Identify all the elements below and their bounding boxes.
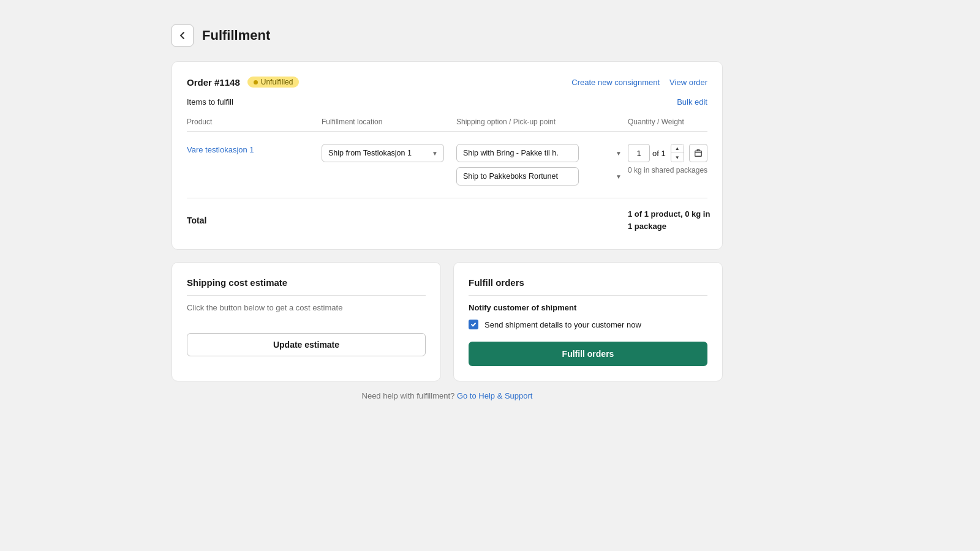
help-text: Need help with fulfillment? Go to Help &… — [172, 391, 723, 400]
page-header: Fulfillment — [172, 24, 980, 47]
product-cell: Vare testlokasjon 1 — [187, 144, 322, 155]
select-arrow-shipping-icon: ▼ — [616, 150, 622, 157]
page-title: Fulfillment — [202, 28, 270, 43]
badge-dot-icon — [254, 80, 258, 84]
col-product: Product — [187, 118, 322, 126]
view-order-link[interactable]: View order — [669, 78, 707, 87]
items-to-fulfill-header: Items to fulfill Bulk edit — [187, 97, 707, 107]
shipping-cost-card: Shipping cost estimate Click the button … — [172, 262, 441, 381]
order-header-right: Create new consignment View order — [571, 78, 707, 87]
shipping-option-select[interactable]: Ship with Bring - Pakke til h... — [456, 144, 579, 162]
product-link[interactable]: Vare testlokasjon 1 — [187, 145, 254, 154]
package-icon-button[interactable] — [689, 144, 707, 162]
fulfill-orders-button[interactable]: Fulfill orders — [469, 342, 707, 366]
notify-customer-label: Notify customer of shipment — [469, 303, 707, 312]
create-consignment-link[interactable]: Create new consignment — [571, 78, 660, 87]
quantity-input-group: of 1 — [628, 144, 666, 162]
bulk-edit-link[interactable]: Bulk edit — [677, 97, 707, 107]
order-number: Order #1148 — [187, 77, 240, 88]
col-fulfillment-location: Fulfillment location — [322, 118, 456, 126]
notify-checkbox[interactable] — [469, 320, 478, 329]
col-shipping-option: Shipping option / Pick-up point — [456, 118, 628, 126]
fulfillment-location-select[interactable]: Ship from Testlokasjon 1 — [322, 144, 444, 162]
bottom-section: Shipping cost estimate Click the button … — [172, 262, 723, 381]
order-header: Order #1148 Unfulfilled Create new consi… — [187, 77, 707, 88]
order-card: Order #1148 Unfulfilled Create new consi… — [172, 61, 723, 250]
fulfillment-location-cell: Ship from Testlokasjon 1 ▼ — [322, 144, 456, 162]
quantity-up-button[interactable]: ▲ — [671, 144, 684, 153]
svg-rect-0 — [695, 151, 701, 157]
shipping-cost-description: Click the button below to get a cost est… — [187, 303, 426, 312]
fulfill-orders-title: Fulfill orders — [469, 277, 707, 288]
shipping-cost-divider — [187, 295, 426, 296]
update-estimate-button[interactable]: Update estimate — [187, 333, 426, 356]
quantity-cell: of 1 ▲ ▼ 0 kg in shared packages — [628, 144, 763, 174]
checkmark-icon — [470, 321, 477, 328]
total-value: 1 of 1 product, 0 kg in 1 package — [628, 208, 763, 232]
select-arrow-shipto-icon: ▼ — [616, 173, 622, 180]
quantity-row: of 1 ▲ ▼ — [628, 144, 763, 162]
notify-checkbox-row: Send shipment details to your customer n… — [469, 320, 707, 329]
ship-to-select-wrapper: Ship to Pakkeboks Rortunet... ▼ — [456, 167, 628, 186]
quantity-spinners: ▲ ▼ — [671, 144, 684, 162]
shared-packages-text: 0 kg in shared packages — [628, 166, 763, 174]
col-quantity-weight: Quantity / Weight — [628, 118, 763, 126]
fulfill-orders-divider — [469, 295, 707, 296]
fulfillment-location-select-wrapper: Ship from Testlokasjon 1 ▼ — [322, 144, 444, 162]
table-row: Vare testlokasjon 1 Ship from Testlokasj… — [187, 132, 707, 198]
fulfill-orders-card: Fulfill orders Notify customer of shipme… — [453, 262, 723, 381]
back-button[interactable] — [172, 24, 194, 47]
quantity-down-button[interactable]: ▼ — [671, 153, 684, 162]
table-header: Product Fulfillment location Shipping op… — [187, 113, 707, 132]
total-label: Total — [187, 216, 322, 225]
total-row: Total 1 of 1 product, 0 kg in 1 package — [187, 198, 707, 234]
back-arrow-icon — [178, 31, 187, 40]
notify-checkbox-label: Send shipment details to your customer n… — [484, 320, 641, 329]
shipping-option-select-wrapper: Ship with Bring - Pakke til h... ▼ — [456, 144, 628, 162]
package-icon — [694, 149, 703, 157]
order-header-left: Order #1148 Unfulfilled — [187, 77, 299, 88]
items-to-fulfill-label: Items to fulfill — [187, 97, 233, 107]
quantity-input[interactable] — [628, 144, 650, 162]
ship-to-select[interactable]: Ship to Pakkeboks Rortunet... — [456, 167, 579, 186]
status-badge: Unfulfilled — [247, 77, 300, 88]
help-support-link[interactable]: Go to Help & Support — [457, 391, 533, 400]
shipping-cost-title: Shipping cost estimate — [187, 277, 426, 288]
of-text: of 1 — [652, 149, 666, 158]
shipping-options-cell: Ship with Bring - Pakke til h... ▼ Ship … — [456, 144, 628, 186]
